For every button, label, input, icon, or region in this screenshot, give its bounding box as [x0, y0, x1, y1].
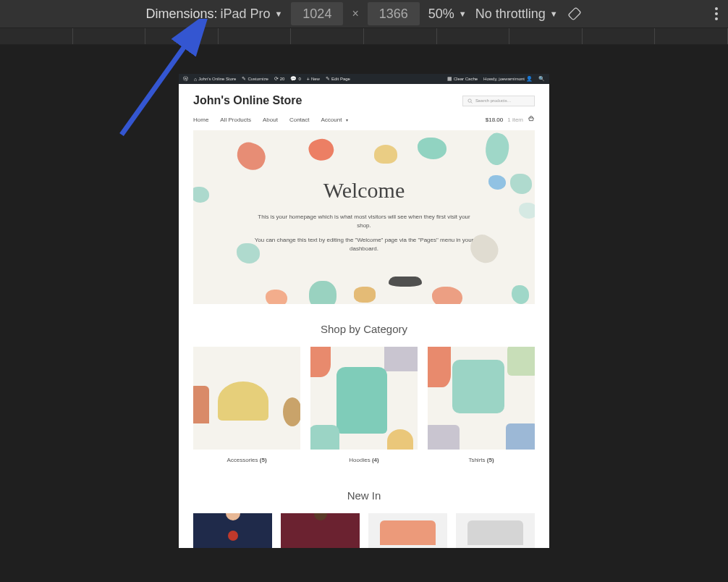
device-select-dropdown[interactable]: Dimensions: iPad Pro ▼: [145, 7, 282, 22]
category-label: Accessories (5): [193, 450, 300, 471]
chevron-down-icon: ▼: [274, 9, 282, 18]
product-card[interactable]: [456, 513, 535, 548]
wp-search-icon[interactable]: 🔍: [538, 76, 545, 82]
site-title: John's Online Store: [193, 94, 302, 107]
throttle-value: No throttling: [475, 7, 546, 22]
category-tshirts[interactable]: Tshirts (5): [428, 347, 535, 471]
product-card[interactable]: [281, 513, 360, 548]
hero-text-1: This is your homepage which is what most…: [251, 213, 477, 230]
wp-logo-icon[interactable]: ⓦ: [183, 75, 188, 83]
new-in-title: New In: [179, 489, 549, 502]
nav-about[interactable]: About: [263, 117, 278, 123]
dimensions-label: Dimensions:: [145, 7, 217, 22]
ruler-strip: [0, 28, 728, 45]
wp-admin-bar: ⓦ ⌂John's Online Store ✎Customize ⟳20 💬0…: [179, 74, 549, 84]
search-placeholder: Search products…: [475, 98, 512, 103]
wp-site-link[interactable]: ⌂John's Online Store: [194, 77, 236, 82]
device-name: iPad Pro: [220, 7, 270, 22]
times-separator: ×: [352, 7, 358, 20]
hero-title: Welcome: [323, 178, 405, 203]
category-label: Hoodies (4): [310, 450, 418, 471]
product-card[interactable]: [193, 513, 272, 548]
svg-line-3: [471, 101, 473, 103]
category-image: [193, 347, 300, 450]
category-image: [428, 347, 535, 450]
category-image: [310, 347, 418, 450]
wp-clear-cache-link[interactable]: ▦Clear Cache: [447, 76, 478, 82]
zoom-dropdown[interactable]: 50% ▼: [428, 7, 467, 22]
wp-updates-link[interactable]: ⟳20: [274, 76, 285, 82]
wp-howdy[interactable]: Howdy, joewarnimont👤: [483, 76, 533, 82]
rotate-icon[interactable]: [567, 6, 583, 22]
hero-text-2: You can change this text by editing the …: [251, 236, 477, 253]
new-in-grid: [179, 513, 549, 548]
search-icon: [467, 98, 473, 104]
zoom-value: 50%: [428, 7, 454, 22]
svg-rect-0: [568, 7, 581, 20]
simulated-page: ⓦ ⌂John's Online Store ✎Customize ⟳20 💬0…: [179, 74, 549, 548]
device-viewport: ⓦ ⌂John's Online Store ✎Customize ⟳20 💬0…: [0, 45, 728, 582]
chevron-down-icon: ▼: [550, 9, 558, 18]
product-card[interactable]: [368, 513, 447, 548]
wp-customize-link[interactable]: ✎Customize: [242, 76, 268, 82]
nav-account[interactable]: Account▾: [321, 117, 349, 123]
category-grid: Accessories (5) Hoodies (4) Tshirts (5): [179, 347, 549, 471]
chevron-down-icon: ▾: [346, 117, 348, 122]
nav-contact[interactable]: Contact: [289, 117, 310, 123]
category-hoodies[interactable]: Hoodies (4): [310, 347, 418, 471]
hero-banner: Welcome This is your homepage which is w…: [193, 130, 535, 304]
chevron-down-icon: ▼: [459, 9, 467, 18]
cart-count: 1 item: [507, 117, 523, 123]
svg-point-2: [468, 98, 471, 101]
nav-home[interactable]: Home: [193, 117, 208, 123]
throttle-dropdown[interactable]: No throttling ▼: [475, 7, 558, 22]
nav-all-products[interactable]: All Products: [220, 117, 251, 123]
more-options-icon[interactable]: [715, 7, 718, 20]
height-input[interactable]: [368, 2, 420, 25]
width-input[interactable]: [291, 2, 343, 25]
device-toolbar: Dimensions: iPad Pro ▼ × 50% ▼ No thrott…: [0, 0, 728, 28]
wp-new-link[interactable]: +New: [307, 77, 320, 82]
wp-edit-page-link[interactable]: ✎Edit Page: [326, 76, 350, 82]
category-accessories[interactable]: Accessories (5): [193, 347, 300, 471]
category-label: Tshirts (5): [428, 450, 535, 471]
shop-by-category-title: Shop by Category: [179, 323, 549, 335]
search-input[interactable]: Search products…: [462, 96, 535, 106]
site-nav: Home All Products About Contact Account▾…: [179, 107, 549, 130]
site-header: John's Online Store Search products…: [179, 84, 549, 107]
wp-comments-link[interactable]: 💬0: [290, 76, 300, 82]
cart-total: $18.00: [486, 117, 503, 123]
cart-icon[interactable]: [528, 116, 535, 123]
